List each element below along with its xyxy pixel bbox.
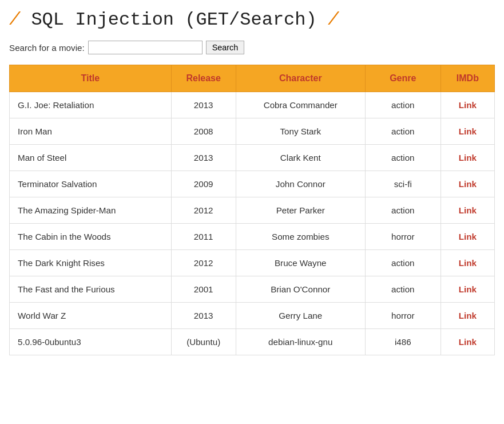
imdb-link[interactable]: Link bbox=[459, 311, 477, 320]
cell-release: 2013 bbox=[171, 92, 236, 118]
cell-character: Peter Parker bbox=[236, 197, 365, 224]
movies-table: Title Release Character Genre IMDb G.I. … bbox=[9, 65, 495, 355]
cell-imdb[interactable]: Link bbox=[440, 224, 494, 250]
table-row: The Fast and the Furious2001Brian O'Conn… bbox=[10, 276, 495, 303]
col-header-imdb: IMDb bbox=[440, 65, 494, 92]
cell-character: Clark Kent bbox=[236, 145, 365, 171]
cell-genre: action bbox=[365, 92, 440, 118]
cell-character: debian-linux-gnu bbox=[236, 329, 365, 355]
cell-release: 2013 bbox=[171, 145, 236, 171]
imdb-link[interactable]: Link bbox=[459, 153, 477, 163]
cell-character: Brian O'Connor bbox=[236, 276, 365, 303]
cell-genre: horror bbox=[365, 224, 440, 250]
cell-release: (Ubuntu) bbox=[171, 329, 236, 355]
cell-release: 2012 bbox=[171, 250, 236, 276]
col-header-character: Character bbox=[236, 65, 365, 92]
search-label: Search for a movie: bbox=[9, 43, 85, 53]
cell-genre: action bbox=[365, 250, 440, 276]
imdb-link[interactable]: Link bbox=[459, 258, 477, 268]
cell-release: 2001 bbox=[171, 276, 236, 303]
cell-genre: horror bbox=[365, 303, 440, 329]
imdb-link[interactable]: Link bbox=[459, 126, 477, 136]
search-button[interactable]: Search bbox=[206, 41, 245, 54]
table-row: 5.0.96-0ubuntu3(Ubuntu)debian-linux-gnui… bbox=[10, 329, 495, 355]
imdb-link[interactable]: Link bbox=[459, 337, 477, 347]
cell-genre: action bbox=[365, 118, 440, 145]
slash-right: / bbox=[328, 9, 339, 30]
cell-character: John Connor bbox=[236, 171, 365, 197]
cell-title: 5.0.96-0ubuntu3 bbox=[10, 329, 172, 355]
cell-genre: action bbox=[365, 276, 440, 303]
cell-release: 2012 bbox=[171, 197, 236, 224]
cell-title: G.I. Joe: Retaliation bbox=[10, 92, 172, 118]
cell-title: Terminator Salvation bbox=[10, 171, 172, 197]
imdb-link[interactable]: Link bbox=[459, 205, 477, 215]
cell-imdb[interactable]: Link bbox=[440, 329, 494, 355]
cell-title: Man of Steel bbox=[10, 145, 172, 171]
cell-imdb[interactable]: Link bbox=[440, 171, 494, 197]
search-bar: Search for a movie: Search bbox=[9, 41, 495, 54]
cell-genre: sci-fi bbox=[365, 171, 440, 197]
cell-title: The Cabin in the Woods bbox=[10, 224, 172, 250]
cell-imdb[interactable]: Link bbox=[440, 276, 494, 303]
table-row: Terminator Salvation2009John Connorsci-f… bbox=[10, 171, 495, 197]
cell-imdb[interactable]: Link bbox=[440, 303, 494, 329]
cell-release: 2011 bbox=[171, 224, 236, 250]
col-header-release: Release bbox=[171, 65, 236, 92]
cell-genre: action bbox=[365, 197, 440, 224]
table-row: The Dark Knight Rises2012Bruce Wayneacti… bbox=[10, 250, 495, 276]
cell-title: World War Z bbox=[10, 303, 172, 329]
imdb-link[interactable]: Link bbox=[459, 284, 477, 294]
cell-title: The Fast and the Furious bbox=[10, 276, 172, 303]
table-header: Title Release Character Genre IMDb bbox=[10, 65, 495, 92]
table-row: The Amazing Spider-Man2012Peter Parkerac… bbox=[10, 197, 495, 224]
imdb-link[interactable]: Link bbox=[459, 232, 477, 241]
header-row: Title Release Character Genre IMDb bbox=[10, 65, 495, 92]
table-body: G.I. Joe: Retaliation2013Cobra Commander… bbox=[10, 92, 495, 355]
slash-left: / bbox=[9, 9, 20, 30]
imdb-link[interactable]: Link bbox=[459, 179, 477, 189]
cell-release: 2008 bbox=[171, 118, 236, 145]
cell-genre: i486 bbox=[365, 329, 440, 355]
cell-character: Cobra Commander bbox=[236, 92, 365, 118]
table-row: The Cabin in the Woods2011Some zombiesho… bbox=[10, 224, 495, 250]
cell-character: Tony Stark bbox=[236, 118, 365, 145]
cell-title: The Dark Knight Rises bbox=[10, 250, 172, 276]
cell-imdb[interactable]: Link bbox=[440, 118, 494, 145]
cell-imdb[interactable]: Link bbox=[440, 92, 494, 118]
table-row: Man of Steel2013Clark KentactionLink bbox=[10, 145, 495, 171]
cell-imdb[interactable]: Link bbox=[440, 197, 494, 224]
cell-title: The Amazing Spider-Man bbox=[10, 197, 172, 224]
cell-release: 2009 bbox=[171, 171, 236, 197]
cell-character: Some zombies bbox=[236, 224, 365, 250]
cell-release: 2013 bbox=[171, 303, 236, 329]
imdb-link[interactable]: Link bbox=[459, 100, 477, 110]
cell-title: Iron Man bbox=[10, 118, 172, 145]
cell-imdb[interactable]: Link bbox=[440, 250, 494, 276]
table-row: G.I. Joe: Retaliation2013Cobra Commander… bbox=[10, 92, 495, 118]
search-input[interactable] bbox=[88, 41, 203, 54]
page-title: / SQL Injection (GET/Search) / bbox=[9, 9, 495, 30]
cell-character: Bruce Wayne bbox=[236, 250, 365, 276]
table-row: Iron Man2008Tony StarkactionLink bbox=[10, 118, 495, 145]
table-row: World War Z2013Gerry LanehorrorLink bbox=[10, 303, 495, 329]
cell-imdb[interactable]: Link bbox=[440, 145, 494, 171]
col-header-genre: Genre bbox=[365, 65, 440, 92]
col-header-title: Title bbox=[10, 65, 172, 92]
cell-character: Gerry Lane bbox=[236, 303, 365, 329]
cell-genre: action bbox=[365, 145, 440, 171]
